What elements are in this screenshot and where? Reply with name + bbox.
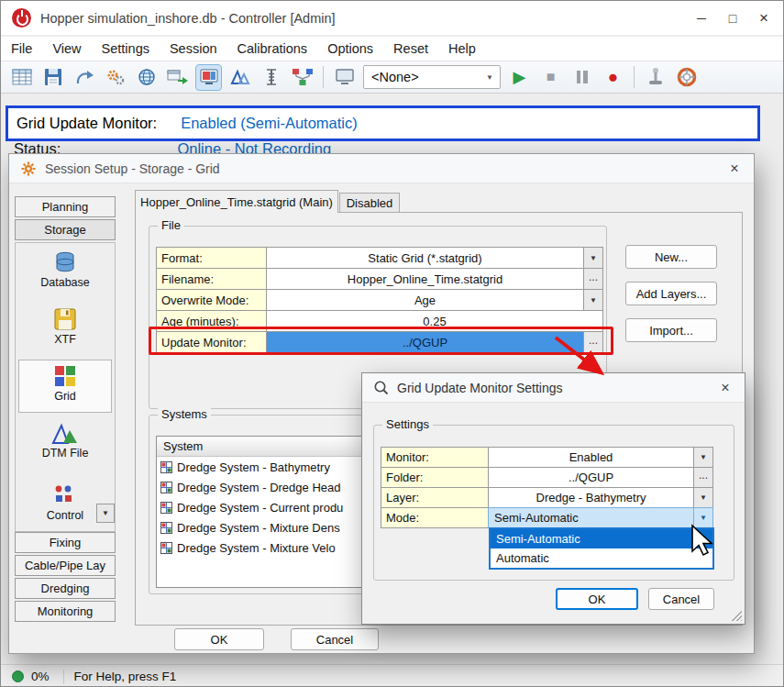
export-window-icon[interactable] (165, 65, 190, 90)
titlebar[interactable]: Hopper simulation_inshore.db - Controlle… (1, 1, 784, 36)
overwrite-mode-dropdown-icon[interactable]: ▼ (583, 289, 603, 311)
tab-disabled[interactable]: Disabled (339, 193, 400, 213)
overwrite-mode-label: Overwrite Mode: (156, 289, 267, 311)
menu-session[interactable]: Session (160, 37, 227, 61)
monitor-dropdown-icon[interactable]: ▼ (693, 447, 713, 468)
import-button[interactable]: Import... (625, 318, 717, 342)
play-icon[interactable]: ▶ (507, 65, 532, 90)
layer-value[interactable]: Dredge - Bathymetry (488, 487, 694, 508)
ok-button[interactable]: OK (174, 628, 264, 650)
mode-dropdown-icon[interactable]: ▼ (693, 507, 713, 528)
device-selector-dropdown[interactable]: <None> ▼ (363, 65, 501, 89)
system-item-icon (160, 502, 172, 514)
close-icon[interactable]: × (748, 1, 779, 35)
filename-value[interactable]: Hopper_Online_Time.statgrid (266, 268, 584, 290)
tab-statgrid-main[interactable]: Hopper_Online_Time.statgrid (Main) (135, 190, 338, 213)
menu-help[interactable]: Help (438, 37, 486, 61)
grid-display-icon[interactable] (196, 65, 221, 90)
folder-browse-button[interactable]: ... (693, 467, 713, 488)
flow-network-icon[interactable] (290, 65, 315, 90)
close-icon[interactable]: × (715, 154, 754, 183)
progress-status-icon (12, 670, 24, 682)
grid-update-monitor-value: Enabled (Semi-Automatic) (181, 115, 358, 132)
systems-group-label: Systems (158, 407, 211, 421)
record-icon[interactable]: ● (601, 65, 625, 90)
settings-group-label: Settings (382, 417, 433, 431)
layer-row: Layer: Dredge - Bathymetry ▼ (381, 487, 713, 508)
format-value[interactable]: Static Grid (*.statgrid) (266, 247, 584, 269)
cancel-button[interactable]: Cancel (648, 588, 714, 610)
pause-icon[interactable] (569, 65, 594, 90)
toolbar: <None> ▼ ▶ ■ ● (1, 61, 784, 94)
overwrite-mode-value[interactable]: Age (266, 289, 584, 311)
menu-options[interactable]: Options (317, 37, 383, 61)
grid-update-monitor-label: Grid Update Monitor: (17, 115, 157, 132)
gear-icon (20, 161, 37, 177)
red-highlight-annotation (149, 327, 613, 355)
close-icon[interactable]: × (706, 373, 745, 402)
grid-update-monitor-dialog: Grid Update Monitor Settings × Settings … (361, 372, 745, 625)
session-dialog-titlebar[interactable]: Session Setup - Storage - Grid × (9, 154, 754, 183)
sidebar-item-database[interactable]: Database (19, 247, 111, 298)
monitor-dialog-title: Grid Update Monitor Settings (397, 381, 563, 395)
menu-calibrations[interactable]: Calibrations (227, 37, 318, 61)
life-ring-icon[interactable] (674, 65, 699, 90)
monitor-settings-table: Monitor: Enabled ▼ Folder: ../QGUP ... L… (381, 447, 713, 528)
menu-file[interactable]: File (1, 37, 42, 61)
sidebar-item-storage[interactable]: Storage (15, 219, 116, 240)
screen-icon[interactable] (332, 65, 357, 90)
grid-update-monitor-panel: Grid Update Monitor: Enabled (Semi-Autom… (6, 105, 760, 141)
sidebar-item-planning[interactable]: Planning (15, 196, 116, 217)
sidebar-item-xtf[interactable]: XTF (19, 304, 111, 355)
dropdown-option-automatic[interactable]: Automatic (491, 548, 712, 568)
new-button[interactable]: New... (625, 245, 717, 269)
menu-reset[interactable]: Reset (383, 37, 438, 61)
probe-icon[interactable] (643, 65, 668, 90)
stop-icon[interactable]: ■ (538, 65, 563, 90)
minimize-icon[interactable]: ─ (686, 1, 717, 35)
dropdown-option-semi-automatic[interactable]: Semi-Automatic (491, 529, 712, 548)
mode-row: Mode: Semi-Automatic ▼ (381, 507, 713, 528)
color-grid-icon (53, 364, 77, 388)
sidebar-item-dtm-file[interactable]: DTM File (19, 417, 111, 469)
peaks-icon[interactable] (227, 65, 252, 90)
more-items-button[interactable]: ▼ (96, 504, 115, 523)
grid-table-icon[interactable] (9, 65, 34, 90)
save-grid-icon[interactable] (40, 65, 65, 90)
layer-label: Layer: (381, 487, 489, 508)
add-layers-button[interactable]: Add Layers... (625, 282, 717, 305)
menu-settings[interactable]: Settings (92, 37, 160, 61)
sidebar-item-dredging[interactable]: Dredging (15, 578, 116, 599)
mode-combobox[interactable]: Semi-Automatic (488, 507, 694, 528)
mode-dropdown-list: Semi-Automatic Automatic (489, 527, 714, 570)
sidebar-item-monitoring[interactable]: Monitoring (15, 601, 116, 622)
statusbar: 0% For Help, press F1 (1, 664, 784, 687)
globe-icon[interactable] (134, 65, 159, 90)
session-dialog-title: Session Setup - Storage - Grid (45, 161, 220, 176)
menu-view[interactable]: View (42, 37, 91, 61)
gears-icon[interactable] (103, 65, 127, 90)
monitor-value[interactable]: Enabled (488, 447, 694, 468)
folder-row: Folder: ../QGUP ... (381, 467, 713, 488)
sidebar-item-fixing[interactable]: Fixing (15, 532, 116, 553)
app-power-icon (12, 8, 31, 28)
maximize-icon[interactable]: □ (717, 1, 748, 35)
cancel-button[interactable]: Cancel (291, 628, 379, 650)
folder-value[interactable]: ../QGUP (488, 467, 694, 488)
monitor-label: Monitor: (381, 447, 489, 468)
ruler-icon[interactable] (259, 65, 283, 90)
ok-button[interactable]: OK (556, 588, 638, 610)
redo-arrow-icon[interactable] (72, 65, 96, 90)
sidebar-item-cable-pipe-lay[interactable]: Cable/Pipe Lay (15, 555, 116, 576)
filename-browse-button[interactable]: ... (583, 268, 603, 290)
system-item-icon (160, 542, 172, 554)
toolbar-separator (634, 66, 635, 88)
storage-category-list: Database XTF Grid DTM File Control ▼ (15, 242, 116, 532)
sidebar-item-grid[interactable]: Grid (19, 360, 111, 412)
monitor-dialog-titlebar[interactable]: Grid Update Monitor Settings × (362, 373, 745, 403)
resize-grip[interactable] (730, 609, 742, 621)
format-label: Format: (156, 247, 267, 269)
layer-dropdown-icon[interactable]: ▼ (693, 487, 713, 508)
tin-triangles-icon (51, 421, 79, 445)
format-dropdown-icon[interactable]: ▼ (583, 247, 603, 269)
